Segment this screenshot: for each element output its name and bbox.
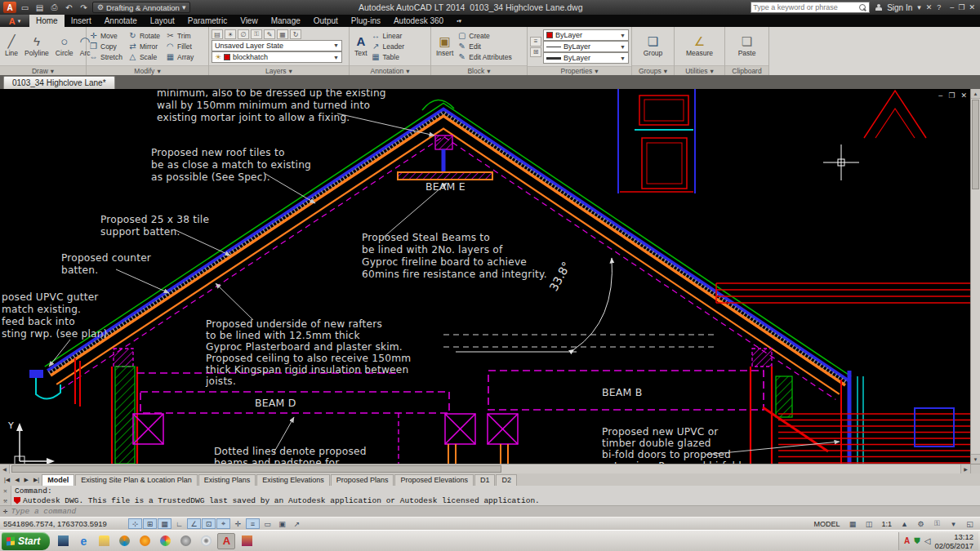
move-tool[interactable]: ✛Move xyxy=(89,30,122,41)
vertical-scroll-thumb[interactable] xyxy=(972,100,979,189)
minimize-icon[interactable]: – xyxy=(950,3,954,11)
office-icon[interactable] xyxy=(238,533,256,549)
doc-minimize-icon[interactable]: – xyxy=(938,91,942,100)
search-icon[interactable] xyxy=(859,4,866,11)
osnap-toggle[interactable]: ⊡ xyxy=(202,518,216,529)
create-block-tool[interactable]: ▢Create xyxy=(457,30,511,41)
workspace-switch-icon[interactable]: ⚙ xyxy=(914,518,928,529)
edit-block-tool[interactable]: ✎Edit xyxy=(457,41,511,51)
scroll-right-icon[interactable]: ▶ xyxy=(960,464,970,473)
dyn-toggle[interactable]: ✛ xyxy=(231,518,245,529)
tab-plugins[interactable]: Plug-ins xyxy=(345,15,387,27)
search-input[interactable] xyxy=(753,3,858,11)
layer-edit-icon[interactable]: ✎ xyxy=(264,29,275,39)
layout-tab-existing-elevations[interactable]: Existing Elevations xyxy=(256,474,330,486)
layer-prev-icon[interactable]: ↻ xyxy=(290,29,301,39)
layout-tab-d1[interactable]: D1 xyxy=(474,474,496,486)
tpy-toggle[interactable]: ▭ xyxy=(261,518,274,529)
layer-on-icon[interactable]: ☀ xyxy=(225,29,236,39)
stretch-tool[interactable]: ⇔Stretch xyxy=(89,51,122,62)
vertical-scrollbar[interactable]: ▲ ▼ xyxy=(970,89,980,464)
firefox-icon[interactable] xyxy=(136,533,154,549)
layout-tab-existing-site-plan[interactable]: Existing Site Plan & Location Plan xyxy=(75,474,198,486)
array-tool[interactable]: ▦Array xyxy=(166,51,194,62)
status-menu-icon[interactable]: ▾ xyxy=(947,518,960,529)
horizontal-scrollbar[interactable]: ◀ ▶ xyxy=(0,464,980,473)
otrack-toggle[interactable]: ⌖ xyxy=(216,518,230,529)
edit-attributes-tool[interactable]: ✎Edit Attributes xyxy=(457,51,511,62)
modify-panel-label[interactable]: Modify▾ xyxy=(87,65,208,75)
qat-plot-icon[interactable]: ⎙ xyxy=(48,2,60,13)
layer-properties-icon[interactable]: ▤ xyxy=(212,29,223,39)
close-icon[interactable]: ✕ xyxy=(969,3,975,11)
help-search[interactable] xyxy=(751,2,870,13)
layout-tab-proposed-elevations[interactable]: Proposed Elevations xyxy=(394,474,474,486)
match-properties-icon[interactable]: ≡ xyxy=(530,37,541,47)
tab-view[interactable]: View xyxy=(234,15,265,27)
tray-autocad-icon[interactable]: A xyxy=(904,536,910,545)
properties-list-icon[interactable]: ⊞ xyxy=(530,47,541,57)
next-layout-icon[interactable]: ▶ xyxy=(22,477,31,483)
horizontal-scroll-track[interactable] xyxy=(501,464,960,473)
layers-panel-label[interactable]: Layers▾ xyxy=(209,65,349,75)
qp-toggle[interactable]: ▣ xyxy=(275,518,289,529)
toolbar-lock-icon[interactable]: ⚿ xyxy=(930,518,944,529)
layer-match-icon[interactable]: ▦ xyxy=(277,29,288,39)
start-button[interactable]: Start xyxy=(2,532,50,550)
lineweight-dropdown[interactable]: ByLayer ▼ xyxy=(543,52,629,64)
paste-tool[interactable]: ❏ Paste xyxy=(736,29,759,64)
scroll-up-icon[interactable]: ▲ xyxy=(971,89,980,99)
measure-tool[interactable]: ∠ Measure xyxy=(684,29,715,64)
ie-icon[interactable]: e xyxy=(74,533,92,549)
command-palette-close-icon[interactable]: ✕ xyxy=(0,486,11,495)
text-tool[interactable]: A Text xyxy=(352,29,370,64)
qat-redo-icon[interactable]: ↷ xyxy=(78,2,90,13)
tab-manage[interactable]: Manage xyxy=(265,15,307,27)
workspace-switcher[interactable]: ⚙ Drafting & Annotation ▾ xyxy=(92,2,190,13)
qat-open-icon[interactable]: ▭ xyxy=(19,2,31,13)
tab-insert[interactable]: Insert xyxy=(65,15,98,27)
exchange-apps-icon[interactable]: ✕ xyxy=(926,3,933,11)
qat-save-icon[interactable]: ▤ xyxy=(33,2,46,13)
app-gray-icon[interactable] xyxy=(176,533,194,549)
tab-home[interactable]: Home xyxy=(29,15,65,27)
layer-state-dropdown[interactable]: Unsaved Layer State ▼ xyxy=(212,40,342,51)
properties-panel-label[interactable]: Properties▾ xyxy=(528,66,631,75)
model-space-button[interactable]: MODEL xyxy=(810,520,843,528)
layout-tab-proposed-plans[interactable]: Proposed Plans xyxy=(331,474,394,486)
show-desktop-icon[interactable] xyxy=(54,533,72,549)
fillet-tool[interactable]: ◠Fillet xyxy=(166,41,194,51)
drawing-quickview-icon[interactable]: ◫ xyxy=(862,518,875,529)
layer-lock-icon[interactable]: ⚿ xyxy=(251,29,262,39)
object-color-dropdown[interactable]: ByLayer ▼ xyxy=(543,29,629,41)
infer-toggle[interactable]: ⊹ xyxy=(128,518,142,529)
coordinates-readout[interactable]: 5541896.7574, 1763703.5919 xyxy=(3,519,127,528)
tray-volume-icon[interactable]: ◁ xyxy=(924,536,931,545)
drawing-area[interactable]: – ❐ ✕ xyxy=(0,89,980,464)
first-layout-icon[interactable]: |◀ xyxy=(2,477,12,483)
lwt-toggle[interactable]: ≡ xyxy=(246,518,260,529)
last-layout-icon[interactable]: ▶| xyxy=(31,477,42,483)
sign-in-button[interactable]: Sign In xyxy=(887,3,912,12)
media-player-icon[interactable] xyxy=(115,533,133,549)
doc-restore-icon[interactable]: ❐ xyxy=(948,91,955,100)
mirror-tool[interactable]: ⇄Mirror xyxy=(128,41,160,51)
cd-drive-icon[interactable] xyxy=(197,533,215,549)
scale-tool[interactable]: △Scale xyxy=(128,51,160,62)
horizontal-scroll-thumb[interactable] xyxy=(11,465,501,473)
ribbon-options-button[interactable]: ▪▾ xyxy=(450,15,468,27)
tab-layout[interactable]: Layout xyxy=(144,15,181,27)
copy-tool[interactable]: ❐Copy xyxy=(89,41,122,51)
tray-shield-icon[interactable]: ⛊ xyxy=(914,536,920,546)
ortho-toggle[interactable]: ∟ xyxy=(172,518,186,529)
cleanscreen-icon[interactable]: ◱ xyxy=(963,518,977,529)
prev-layout-icon[interactable]: ◀ xyxy=(12,477,21,483)
annotation-panel-label[interactable]: Annotation▾ xyxy=(350,65,430,75)
help-icon[interactable]: ? xyxy=(937,3,941,11)
layout-tab-model[interactable]: Model xyxy=(42,474,74,486)
grid-toggle[interactable]: ▦ xyxy=(158,518,172,529)
table-tool[interactable]: ▦Table xyxy=(372,51,404,62)
annotation-scale-button[interactable]: 1:1 xyxy=(878,520,895,528)
chevron-down-icon[interactable]: ▾ xyxy=(917,3,921,11)
draw-panel-label[interactable]: Draw▾ xyxy=(0,65,86,75)
